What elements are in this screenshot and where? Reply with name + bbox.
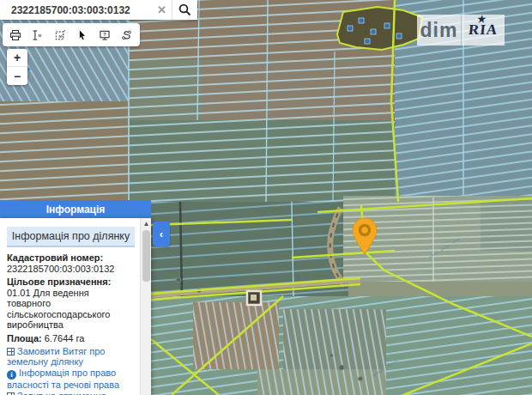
- map-marker-icon[interactable]: [350, 218, 379, 256]
- help-monitor-icon: ?: [99, 27, 111, 43]
- search-input[interactable]: [0, 0, 152, 20]
- route-button[interactable]: [116, 24, 138, 46]
- ria-star-icon: ★: [477, 14, 487, 25]
- svg-text:м²: м²: [58, 33, 63, 38]
- cursor-icon: [76, 27, 88, 43]
- svg-text:?: ?: [103, 31, 106, 37]
- map-toolbar: м м² ?: [3, 23, 140, 46]
- panel-scrollbar[interactable]: ▲: [140, 218, 151, 395]
- panel-collapse-button[interactable]: ‹: [153, 222, 170, 246]
- zoom-out-button[interactable]: −: [7, 67, 27, 85]
- search-bar: ✕: [0, 0, 197, 20]
- scroll-up-icon[interactable]: ▲: [141, 218, 152, 229]
- clear-search-icon[interactable]: ✕: [152, 0, 172, 20]
- scroll-thumb[interactable]: [142, 230, 150, 282]
- route-icon: [121, 27, 133, 43]
- map-view: 34 ✕: [0, 0, 532, 395]
- select-cursor-button[interactable]: [71, 24, 94, 46]
- field-area: Площа: 6.7644 га: [7, 333, 135, 344]
- section-parcel-info[interactable]: Інформація про ділянку: [7, 227, 135, 247]
- panel-content: Інформація про ділянку Кадастровий номер…: [0, 218, 140, 395]
- watermarks: dim RIA ★: [417, 15, 505, 46]
- link-order-extract[interactable]: Замовити Витяг про земельну ділянку: [7, 346, 135, 367]
- help-button[interactable]: ?: [94, 24, 116, 46]
- info-panel: Інформація про ділянку Кадастровий номер…: [0, 218, 151, 395]
- print-icon: [9, 27, 21, 43]
- ria-logo: RIA ★: [461, 15, 505, 46]
- measure-area-icon: м²: [54, 27, 66, 43]
- zoom-controls: + −: [7, 49, 27, 85]
- field-cadastral-number: Кадастровий номер: 2322185700:03:003:013…: [7, 252, 135, 274]
- measure-area-button[interactable]: м²: [49, 24, 71, 46]
- farm-building: [247, 291, 261, 305]
- link-ownership-info[interactable]: iІнформація про право власності та речов…: [7, 368, 135, 390]
- dim-logo: dim: [417, 15, 461, 46]
- panel-title: Інформація: [0, 200, 151, 218]
- search-icon: [178, 3, 191, 16]
- measure-length-icon: м: [32, 27, 44, 43]
- svg-text:м: м: [38, 32, 41, 37]
- link-documentation-request[interactable]: Запит на отримання документації із земле…: [7, 391, 135, 395]
- info-circle-icon: i: [7, 370, 16, 380]
- document-table-icon: [7, 348, 15, 356]
- print-button[interactable]: [4, 24, 27, 46]
- measure-length-button[interactable]: м: [27, 24, 49, 46]
- search-button[interactable]: [172, 0, 197, 20]
- zoom-in-button[interactable]: +: [7, 49, 27, 67]
- field-purpose: Цільове призначення: 01.01 Для ведення т…: [7, 276, 135, 331]
